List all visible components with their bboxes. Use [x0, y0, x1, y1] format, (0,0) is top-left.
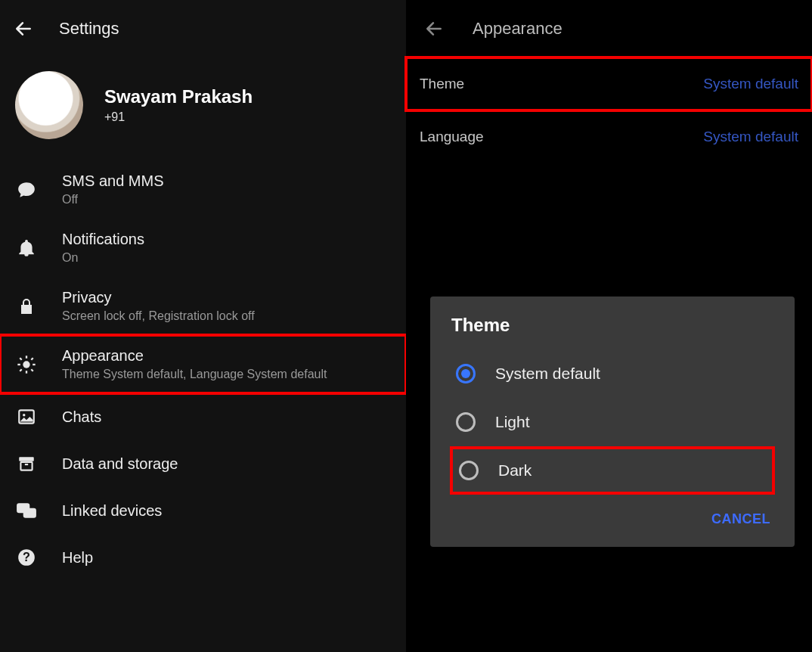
item-title: Notifications	[62, 231, 144, 248]
row-val: System default	[703, 76, 798, 92]
settings-item-linked[interactable]: Linked devices	[0, 487, 406, 534]
dialog-actions: CANCEL	[430, 495, 795, 541]
settings-header: Settings	[0, 0, 406, 57]
svg-point-10	[23, 414, 25, 416]
svg-text:?: ?	[23, 550, 30, 564]
item-title: Linked devices	[62, 502, 162, 520]
language-row[interactable]: Language System default	[406, 110, 812, 163]
theme-dialog: Theme System default Light Dark CANCEL	[430, 297, 795, 547]
radio-label: System default	[495, 365, 600, 383]
profile-text: Swayam Prakash +91	[104, 86, 253, 124]
item-title: Privacy	[62, 289, 255, 306]
settings-item-privacy[interactable]: Privacy Screen lock off, Registration lo…	[0, 277, 406, 335]
help-icon: ?	[15, 548, 38, 567]
radio-label: Light	[495, 413, 530, 431]
svg-line-6	[31, 369, 33, 371]
svg-rect-15	[24, 509, 36, 517]
radio-label: Dark	[498, 461, 532, 480]
radio-icon	[459, 461, 479, 480]
back-icon[interactable]	[424, 19, 444, 39]
archive-icon	[15, 454, 38, 473]
radio-option-system[interactable]: System default	[430, 349, 795, 398]
profile-name: Swayam Prakash	[104, 86, 253, 107]
svg-point-0	[23, 361, 29, 368]
item-title: SMS and MMS	[62, 172, 163, 190]
appearance-header: Appearance	[406, 0, 812, 57]
settings-item-help[interactable]: ? Help	[0, 534, 406, 581]
row-key: Language	[420, 129, 484, 145]
settings-item-storage[interactable]: Data and storage	[0, 440, 406, 487]
item-title: Help	[62, 549, 93, 567]
radio-option-light[interactable]: Light	[430, 398, 795, 446]
svg-line-7	[20, 369, 21, 371]
item-subtitle: On	[62, 251, 144, 265]
settings-title: Settings	[59, 19, 119, 39]
settings-screen: Settings Swayam Prakash +91 SMS and MMS …	[0, 0, 406, 652]
item-title: Data and storage	[62, 455, 178, 473]
chat-bubble-icon	[15, 180, 38, 200]
radio-option-dark[interactable]: Dark	[453, 449, 772, 492]
sun-icon	[15, 354, 38, 375]
svg-rect-11	[19, 457, 34, 461]
bell-icon	[15, 238, 38, 258]
settings-item-notifications[interactable]: Notifications On	[0, 219, 406, 277]
radio-icon	[456, 364, 476, 383]
lock-icon	[15, 297, 38, 316]
settings-item-sms[interactable]: SMS and MMS Off	[0, 160, 406, 219]
link-icon	[15, 501, 38, 520]
item-title: Chats	[62, 408, 101, 426]
item-subtitle: Screen lock off, Registration lock off	[62, 309, 255, 323]
item-subtitle: Theme System default, Language System de…	[62, 368, 327, 381]
cancel-button[interactable]: CANCEL	[702, 505, 779, 533]
theme-row[interactable]: Theme System default	[406, 57, 812, 110]
appearance-title: Appearance	[473, 19, 563, 39]
profile-phone: +91	[104, 110, 253, 124]
item-title: Appearance	[62, 347, 327, 365]
radio-icon	[456, 412, 476, 432]
svg-line-5	[20, 358, 21, 359]
settings-item-appearance[interactable]: Appearance Theme System default, Languag…	[0, 335, 406, 393]
item-subtitle: Off	[62, 193, 163, 206]
svg-rect-12	[20, 462, 32, 470]
settings-item-chats[interactable]: Chats	[0, 393, 406, 440]
radio-option-dark-highlight: Dark	[450, 446, 775, 495]
image-icon	[15, 407, 38, 427]
svg-line-8	[31, 358, 33, 359]
row-val: System default	[703, 129, 798, 145]
profile-row[interactable]: Swayam Prakash +91	[0, 57, 406, 160]
dialog-title: Theme	[430, 297, 795, 349]
back-icon[interactable]	[14, 19, 33, 39]
row-key: Theme	[420, 76, 464, 92]
appearance-screen: Appearance Theme System default Language…	[406, 0, 812, 652]
avatar	[15, 71, 83, 139]
